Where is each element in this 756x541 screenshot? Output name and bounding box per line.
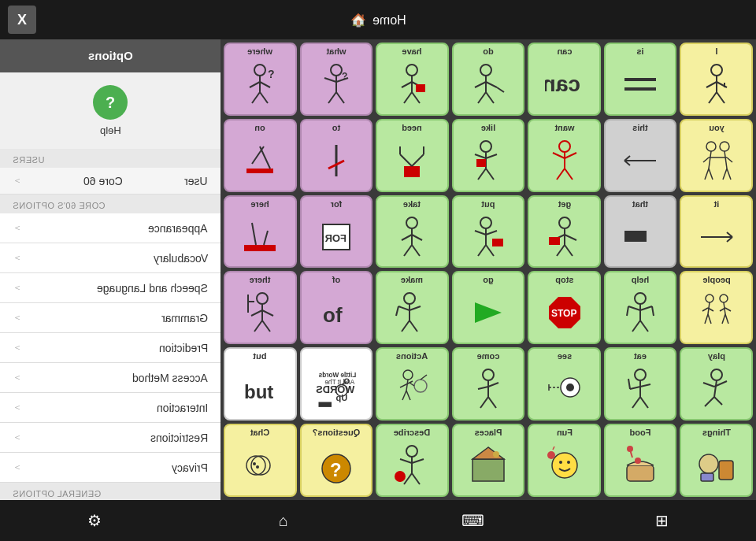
sidebar-item-restrictions[interactable]: ＜ Restrictions	[0, 423, 220, 453]
svg-point-31	[711, 65, 722, 76]
cell-on[interactable]: on	[224, 119, 297, 192]
cell-of[interactable]: of of	[300, 271, 373, 344]
svg-marker-198	[472, 447, 504, 459]
cell-put[interactable]: put	[452, 195, 525, 269]
general-options-label: GENERAL OPTIONS	[0, 483, 220, 500]
cell-you[interactable]: you	[680, 119, 753, 192]
cell-make[interactable]: make	[376, 271, 449, 344]
svg-line-40	[252, 146, 264, 164]
svg-line-50	[475, 154, 486, 158]
cell-stop[interactable]: stop STOP	[528, 271, 601, 344]
sidebar-item-speech-language[interactable]: ＜ Speech and Language	[0, 273, 220, 303]
cell-places[interactable]: Places	[452, 424, 525, 497]
svg-line-66	[709, 151, 711, 169]
svg-line-34	[717, 82, 727, 87]
svg-point-80	[406, 217, 417, 228]
sidebar-item-appearance[interactable]: ＜ Appearance	[0, 213, 220, 243]
svg-line-108	[254, 321, 262, 332]
svg-text:STOP: STOP	[551, 308, 576, 319]
svg-line-77	[264, 231, 268, 245]
cell-it[interactable]: it	[680, 195, 753, 269]
sidebar-item-prediction[interactable]: ＜ Prediction	[0, 333, 220, 363]
cell-things-image	[695, 443, 738, 487]
svg-line-159	[421, 375, 427, 380]
svg-line-27	[497, 87, 504, 92]
cell-eat[interactable]: eat	[604, 347, 677, 421]
cell-play[interactable]: play	[680, 347, 753, 421]
grid-row-2: on to	[224, 119, 753, 192]
cell-where[interactable]: where ?	[224, 43, 297, 116]
cell-fun[interactable]: Fun	[528, 424, 601, 497]
sidebar-item-access-method[interactable]: ＜ Access Method	[0, 363, 220, 393]
cell-i[interactable]: I	[680, 43, 753, 116]
svg-rect-205	[627, 465, 654, 481]
cell-places-image	[467, 443, 510, 487]
cell-go[interactable]: go	[452, 271, 525, 344]
svg-line-69	[727, 157, 732, 162]
cell-do[interactable]: do	[452, 43, 525, 116]
cell-on-label: on	[255, 123, 265, 132]
cell-this[interactable]: this	[604, 119, 677, 192]
svg-line-195	[412, 473, 420, 484]
cell-things[interactable]: Things	[680, 424, 753, 497]
cell-like[interactable]: like	[452, 119, 525, 192]
cell-want[interactable]: want	[528, 119, 601, 192]
svg-rect-20	[416, 84, 425, 92]
svg-point-185	[253, 462, 256, 465]
svg-line-44	[400, 154, 412, 166]
svg-line-136	[708, 314, 711, 324]
cell-help[interactable]: help	[604, 271, 677, 344]
sidebar-item-interaction[interactable]: ＜ Interaction	[0, 393, 220, 423]
cell-come[interactable]: come	[452, 347, 525, 421]
svg-point-202	[567, 461, 570, 464]
settings-button[interactable]: ⚙	[76, 505, 113, 536]
cell-is-label: is	[637, 46, 644, 56]
grid-button[interactable]: ⊞	[643, 505, 680, 536]
cell-there[interactable]: there	[224, 271, 297, 344]
svg-line-35	[709, 92, 717, 103]
cell-that-image	[619, 215, 662, 258]
cell-people[interactable]: people	[680, 271, 753, 344]
svg-point-93	[559, 217, 570, 228]
cell-see[interactable]: see	[528, 347, 601, 421]
cell-food[interactable]: Food	[604, 424, 677, 497]
cell-describe[interactable]: Describe	[376, 424, 449, 497]
home-button[interactable]: ⌂	[265, 505, 302, 536]
cell-people-label: people	[702, 275, 730, 284]
cell-questions[interactable]: Questions? ?	[300, 424, 373, 497]
sidebar-item-vocabulary[interactable]: ＜ Vocabulary	[0, 243, 220, 273]
svg-line-67	[724, 151, 727, 169]
cell-need[interactable]: need	[376, 119, 449, 192]
cell-take[interactable]: take	[376, 195, 449, 269]
cell-for[interactable]: for FOR:	[300, 195, 373, 269]
keyboard-button[interactable]: ⌨	[454, 505, 491, 536]
cell-that[interactable]: that	[604, 195, 677, 269]
cell-can[interactable]: can can	[528, 43, 601, 116]
cell-chat[interactable]: Chat	[224, 424, 297, 497]
cell-people-image	[695, 291, 738, 334]
cell-but[interactable]: but but	[224, 347, 297, 421]
cell-go-image	[467, 291, 510, 334]
cell-is[interactable]: is	[604, 43, 677, 116]
cell-here[interactable]: here	[224, 195, 297, 269]
cell-little-words[interactable]: Little Words And It The WORDS Up	[300, 347, 373, 421]
cell-what[interactable]: what ?	[300, 43, 373, 116]
cell-there-image	[239, 291, 282, 334]
cell-to[interactable]: to	[300, 119, 373, 192]
svg-rect-100	[624, 231, 647, 242]
help-section[interactable]: ? Help	[0, 72, 220, 149]
svg-text:of: of	[323, 303, 343, 327]
svg-line-173	[630, 387, 640, 389]
svg-line-140	[725, 308, 731, 311]
cell-actions[interactable]: Actions	[376, 347, 449, 421]
sidebar-item-grammar[interactable]: ＜ Grammar	[0, 303, 220, 333]
svg-line-176	[640, 397, 648, 408]
cell-chat-label: Chat	[250, 428, 269, 437]
cell-have[interactable]: have	[376, 43, 449, 116]
cell-get[interactable]: get	[528, 195, 601, 269]
user-item[interactable]: ＜ Core 60 User	[0, 168, 220, 195]
prediction-label: Prediction	[159, 342, 208, 354]
sidebar-item-privacy[interactable]: ＜ Privacy	[0, 453, 220, 483]
cell-stop-image: STOP	[543, 291, 586, 334]
close-button[interactable]: X	[8, 6, 36, 34]
